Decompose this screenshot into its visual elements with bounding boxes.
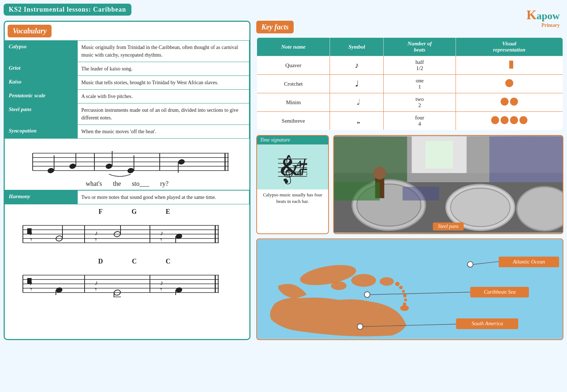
note-E: E [166, 208, 170, 216]
note-beats-cell: two2 [384, 93, 456, 112]
harmony-staff-2: 𝄾 ♪ 𝄾 ♪ 𝄾 ♪ [12, 266, 223, 299]
svg-point-95 [351, 274, 376, 286]
note-beats-cell: four4 [384, 112, 456, 131]
note-name-cell: Minim [257, 93, 330, 112]
vocabulary-table: CalypsoMusic originally from Trinidad in… [5, 40, 249, 139]
svg-point-99 [399, 286, 403, 289]
note-C1: C [132, 258, 137, 265]
svg-text:♪: ♪ [29, 229, 33, 237]
svg-point-105 [468, 261, 473, 267]
note-F: F [98, 208, 102, 216]
note-symbol-cell: ♪ [330, 56, 384, 75]
note-symbol-cell: 𝅗𝅥 [330, 93, 384, 112]
note-name-cell: Quaver [257, 56, 330, 75]
note-visual-cell [456, 112, 563, 131]
svg-text:♪: ♪ [29, 279, 33, 286]
harmony-table: Harmony Two or more notes that sound goo… [5, 190, 249, 204]
note-visual-cell [456, 75, 563, 93]
note-name-cell: Crotchet [257, 75, 330, 93]
vocab-term: Calypso [5, 41, 78, 62]
vocab-term: Syncopation [5, 125, 78, 139]
svg-text:4: 4 [297, 167, 302, 178]
vocab-def: Music that tells stories, brought to Tri… [78, 76, 249, 90]
steel-pans-label: Steel pans [433, 222, 464, 230]
lyric-1: what's [86, 180, 102, 188]
lyric-3: sto___ [132, 180, 149, 188]
svg-point-16 [127, 167, 134, 174]
note-beats-cell: one1 [384, 75, 456, 93]
svg-text:♪: ♪ [160, 279, 163, 286]
kapow-logo: Kapow Primary [526, 7, 560, 28]
harmony-staff-1: 𝄾 ♪ 𝄾 ♪ 𝄾 ♪ [12, 216, 223, 249]
svg-text:Caribbean Sea: Caribbean Sea [484, 289, 516, 294]
svg-point-100 [402, 290, 405, 293]
vocabulary-title: Vocabulary [13, 27, 46, 35]
time-sig-content: &#119070; 𝄞 4 4 [257, 144, 328, 189]
svg-point-18 [178, 159, 185, 165]
header-title: KS2 Instrumental lessons: Caribbean [9, 6, 126, 13]
vocab-def: A scale with five pitches. [78, 90, 249, 103]
note-C2: C [166, 258, 171, 265]
svg-point-14 [105, 163, 113, 170]
svg-rect-81 [489, 136, 563, 182]
staff-notation-svg [22, 142, 232, 179]
right-panel: Key facts Note name Symbol Number ofbeat… [256, 21, 563, 340]
svg-text:♪: ♪ [95, 279, 98, 286]
col-symbol: Symbol [330, 37, 384, 56]
svg-point-101 [403, 294, 407, 297]
map-svg: Atlantic Ocean Caribbean Sea South Ameri… [257, 239, 563, 339]
vocab-def: Music originally from Trinidad in the Ca… [78, 41, 249, 62]
svg-point-104 [400, 305, 409, 311]
note-visual-cell [456, 56, 563, 75]
logo-primary: Primary [526, 23, 560, 28]
note-G: G [131, 208, 136, 216]
note-symbol-cell: 𝅝 [330, 112, 384, 131]
steel-pans-svg [334, 136, 563, 233]
vocab-term: Pentatonic scale [5, 90, 78, 103]
vocab-def: The leader of kaiso song. [78, 62, 249, 76]
svg-point-76 [284, 179, 287, 181]
vocab-def: When the music moves 'off the beat'. [78, 125, 249, 139]
svg-text:Atlantic Ocean: Atlantic Ocean [513, 258, 545, 264]
svg-point-12 [69, 163, 76, 170]
vocab-term: Steel pans [5, 103, 78, 125]
svg-rect-92 [425, 141, 453, 169]
steel-pans-visual: Steel pans [334, 136, 563, 233]
svg-text:♪: ♪ [160, 229, 163, 237]
music-notation-area: what's the sto___ ry? [5, 139, 249, 190]
harmony-section: Harmony Two or more notes that sound goo… [5, 190, 249, 204]
note-visual-cell [456, 93, 563, 112]
svg-rect-90 [403, 187, 439, 201]
harmony-notation-1: F G E 𝄾 [5, 204, 249, 254]
svg-rect-79 [334, 136, 407, 182]
note-symbol-cell: ♩ [330, 75, 384, 93]
logo-k: K [526, 8, 537, 22]
song-lyrics: what's the sto___ ry? [12, 180, 242, 190]
svg-point-97 [331, 281, 347, 290]
note-name-cell: Semibreve [257, 112, 330, 131]
svg-point-102 [404, 298, 407, 301]
vocab-term: Kaiso [5, 76, 78, 90]
vocab-def: Percussion instruments made out of an oi… [78, 103, 249, 125]
svg-point-96 [380, 277, 394, 285]
logo-rest: apow [537, 10, 560, 21]
harmony-def: Two or more notes that sound good when p… [78, 191, 249, 204]
harmony-notation-2: D C C 𝄾 ♪ [5, 254, 249, 304]
notes-table: Note name Symbol Number ofbeats Visualre… [256, 37, 563, 131]
lyric-2: the [113, 180, 121, 188]
map-box: Atlantic Ocean Caribbean Sea South Ameri… [256, 238, 563, 340]
key-facts-title-bar: Key facts [256, 21, 294, 33]
key-facts-title: Key facts [261, 23, 289, 31]
svg-text:♪: ♪ [95, 229, 98, 237]
svg-point-10 [47, 167, 54, 174]
bottom-row: Time signature &#119070; 𝄞 [256, 135, 563, 234]
time-sig-desc: Calypso music usually has four beats in … [257, 189, 328, 207]
svg-point-98 [395, 282, 400, 286]
time-sig-label: Time signature [257, 136, 328, 144]
note-labels-row1: F G E [12, 208, 242, 216]
vocabulary-title-bar: Vocabulary [8, 25, 52, 37]
header-bar: KS2 Instrumental lessons: Caribbean [4, 4, 131, 16]
svg-rect-89 [334, 182, 380, 200]
svg-point-86 [517, 187, 563, 231]
note-beats-cell: half1/2 [384, 56, 456, 75]
